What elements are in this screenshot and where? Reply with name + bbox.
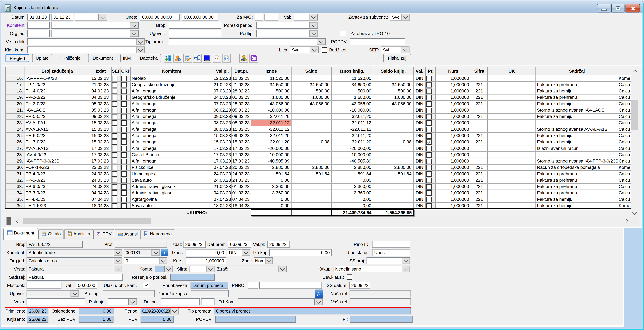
svg-text:i: i — [179, 58, 180, 61]
svg-text:o: o — [98, 233, 100, 236]
